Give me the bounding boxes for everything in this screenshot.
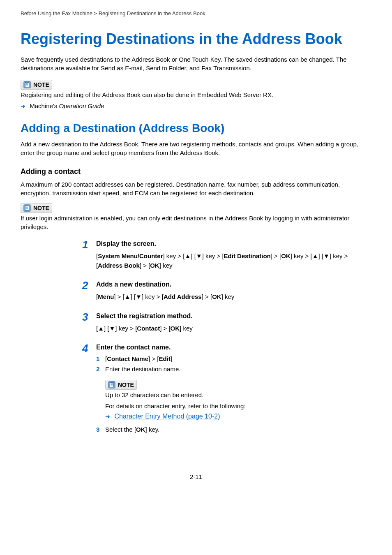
note-icon bbox=[108, 381, 115, 388]
note-text: Up to 32 characters can be entered. bbox=[105, 391, 371, 399]
svg-rect-1 bbox=[25, 83, 29, 87]
step-content: Enter the contact name. 1 [Contact Name]… bbox=[96, 343, 371, 436]
note-text: For details on character entry, refer to… bbox=[105, 402, 371, 410]
reference-link-line: ➜ Character Entry Method (page 10-2) bbox=[105, 413, 371, 420]
step-title: Enter the contact name. bbox=[96, 344, 371, 351]
note-label: NOTE bbox=[118, 382, 134, 388]
step: 3 Select the registration method. [▲] [▼… bbox=[82, 312, 371, 336]
intro-paragraph: Save frequently used destinations to the… bbox=[21, 55, 371, 72]
note-label: NOTE bbox=[33, 81, 49, 88]
svg-rect-11 bbox=[110, 383, 114, 387]
character-entry-link[interactable]: Character Entry Method (page 10-2) bbox=[114, 413, 220, 420]
step: 4 Enter the contact name. 1 [Contact Nam… bbox=[82, 343, 371, 436]
step-content: Select the registration method. [▲] [▼] … bbox=[96, 312, 371, 336]
step-content: Display the screen. [System Menu/Counter… bbox=[96, 239, 371, 273]
step-number: 1 bbox=[82, 239, 96, 273]
subsection-title: Adding a contact bbox=[21, 167, 371, 176]
section-title: Adding a Destination (Address Book) bbox=[21, 122, 371, 135]
step-body: [Menu] > [▲] [▼] key > [Add Address] > [… bbox=[96, 292, 371, 302]
step-number: 4 bbox=[82, 343, 96, 436]
note-icon bbox=[23, 204, 31, 212]
page-root: Before Using the Fax Machine > Registeri… bbox=[0, 0, 392, 501]
nested-note: NOTE Up to 32 characters can be entered.… bbox=[105, 380, 371, 420]
sub-step-text: Enter the destination name. bbox=[105, 365, 371, 372]
breadcrumb: Before Using the Fax Machine > Registeri… bbox=[21, 10, 371, 20]
divider bbox=[21, 20, 371, 20]
step-title: Adds a new destination. bbox=[96, 281, 371, 288]
reference-line: ➜ Machine's Operation Guide bbox=[21, 102, 371, 109]
note-text: If user login administration is enabled,… bbox=[21, 214, 371, 231]
arrow-icon: ➜ bbox=[21, 103, 25, 109]
note-text: Registering and editing of the Address B… bbox=[21, 90, 371, 99]
step: 2 Adds a new destination. [Menu] > [▲] [… bbox=[82, 280, 371, 304]
arrow-icon: ➜ bbox=[105, 413, 110, 420]
sub-step-text: Select the [OK] key. bbox=[105, 426, 371, 433]
sub-step: 2 Enter the destination name. bbox=[96, 365, 371, 372]
sub-step-text: [Contact Name] > [Edit] bbox=[105, 355, 371, 362]
ref-italic: Operation Guide bbox=[59, 102, 104, 109]
page-number: 2-11 bbox=[21, 473, 371, 480]
step-title: Select the registration method. bbox=[96, 312, 371, 320]
text-run: ] key. bbox=[145, 426, 160, 433]
section-intro: Add a new destination to the Address Boo… bbox=[21, 140, 371, 157]
step-number: 2 bbox=[82, 280, 96, 304]
note-heading: NOTE bbox=[105, 380, 137, 390]
sub-step-number: 1 bbox=[96, 355, 105, 362]
step-title: Display the screen. bbox=[96, 240, 371, 247]
step-content: Adds a new destination. [Menu] > [▲] [▼]… bbox=[96, 280, 371, 304]
svg-rect-6 bbox=[25, 206, 29, 210]
step-number: 3 bbox=[82, 312, 96, 336]
text-run: Select the [ bbox=[105, 426, 136, 433]
sub-step-number: 2 bbox=[96, 365, 105, 372]
step-body: [System Menu/Counter] key > [▲] [▼] key … bbox=[96, 252, 371, 270]
ref-prefix: Machine's bbox=[30, 102, 59, 109]
step-body: [▲] [▼] key > [Contact] > [OK] key bbox=[96, 324, 371, 333]
step: 1 Display the screen. [System Menu/Count… bbox=[82, 239, 371, 273]
note-heading: NOTE bbox=[21, 203, 52, 213]
text-bold: OK bbox=[136, 426, 145, 433]
sub-step-number: 3 bbox=[96, 426, 105, 433]
page-title: Registering Destinations in the Address … bbox=[21, 30, 371, 48]
sub-step: 3 Select the [OK] key. bbox=[96, 426, 371, 433]
note-label: NOTE bbox=[33, 205, 49, 211]
note-icon bbox=[23, 81, 31, 88]
sub-step: 1 [Contact Name] > [Edit] bbox=[96, 355, 371, 362]
note-heading: NOTE bbox=[21, 80, 52, 90]
subsection-intro: A maximum of 200 contact addresses can b… bbox=[21, 180, 371, 197]
